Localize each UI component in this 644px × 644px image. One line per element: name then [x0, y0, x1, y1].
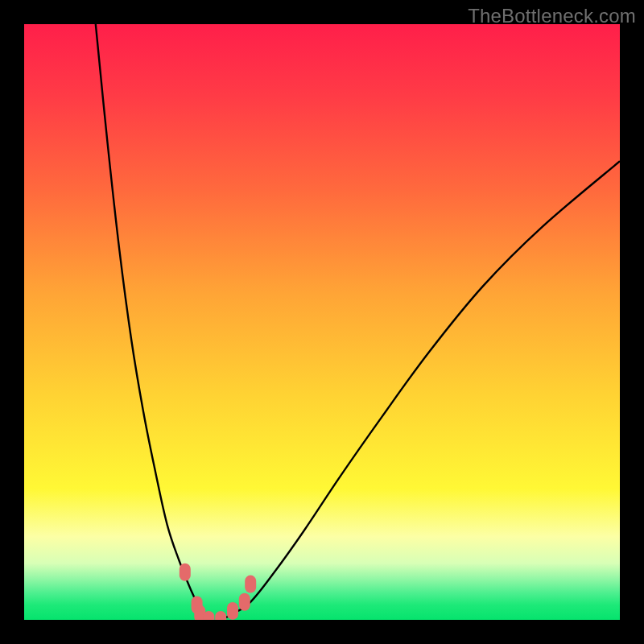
curve-layer: [24, 24, 620, 620]
curve-right: [221, 161, 620, 620]
marker-cluster-bottom-b: [215, 611, 226, 620]
chart-frame: TheBottleneck.com: [0, 0, 644, 644]
marker-cluster-left-upper: [180, 564, 191, 581]
marker-cluster-right-c: [245, 576, 256, 593]
marker-cluster-right-a: [227, 602, 238, 620]
curve-left: [96, 24, 209, 620]
watermark-text: TheBottleneck.com: [468, 5, 636, 27]
plot-area: [24, 24, 620, 620]
marker-cluster-right-b: [239, 593, 250, 611]
